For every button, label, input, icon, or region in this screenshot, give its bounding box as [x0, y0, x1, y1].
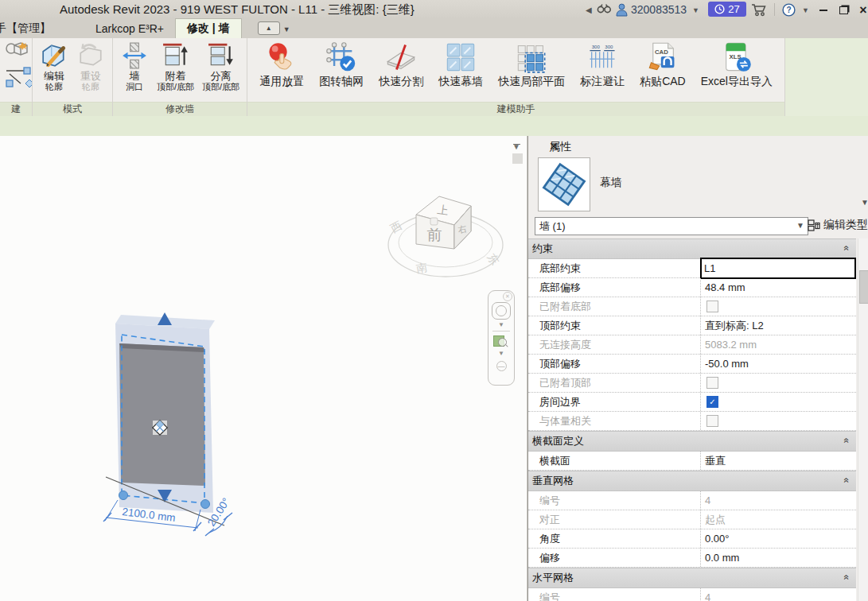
property-value[interactable]: 0.0 mm: [700, 549, 856, 567]
ribbon-button-wall-opening[interactable]: 墙洞口: [118, 41, 151, 93]
user-caret-icon[interactable]: ▼: [692, 6, 699, 14]
viewcube-front-label: 前: [427, 227, 442, 243]
property-value[interactable]: L1: [700, 258, 856, 279]
viewcube[interactable]: 上 前 右: [416, 196, 471, 249]
edit-type-label: 编辑类型: [823, 218, 868, 232]
cart-icon[interactable]: [751, 2, 767, 17]
checkbox-checked[interactable]: ✓: [706, 396, 718, 408]
ribbon-button-universal-place[interactable]: 通用放置: [257, 41, 306, 88]
panel-caption[interactable]: 修改墙: [113, 102, 247, 116]
user-icon[interactable]: [616, 2, 628, 17]
property-row: 偏移0.0 mm: [528, 549, 856, 568]
property-value[interactable]: 4: [700, 588, 856, 601]
type-selector-caret-icon[interactable]: ▼: [861, 198, 868, 207]
panel-caption[interactable]: 建模助手: [247, 102, 784, 116]
collapse-chevron-icon[interactable]: «: [842, 478, 853, 483]
checkbox-unchecked[interactable]: [706, 300, 718, 312]
section-header[interactable]: 水平网格«: [528, 568, 856, 588]
collapse-chevron-icon[interactable]: «: [842, 438, 853, 444]
view-scroll-button[interactable]: ▼: [510, 140, 523, 153]
ribbon-button-detach-top-base[interactable]: 分离顶部/底部: [200, 41, 242, 93]
ribbon-button-dim-avoid[interactable]: 300300标注避让: [578, 41, 627, 88]
checkbox-unchecked[interactable]: [706, 377, 718, 389]
section-header[interactable]: 垂直网格«: [528, 471, 856, 491]
property-value[interactable]: 直到标高: L2: [700, 316, 856, 335]
property-label: 已附着顶部: [528, 376, 700, 390]
ribbon-collapse-caret-icon[interactable]: ▼: [283, 25, 290, 33]
tab-manage[interactable]: 手【管理】: [0, 19, 62, 38]
scrollbar-thumb[interactable]: [859, 270, 868, 304]
property-row: 房间边界✓: [528, 393, 856, 412]
navigation-bar[interactable]: ✕ ▼ ▼ —: [488, 290, 515, 386]
restore-button[interactable]: [835, 4, 852, 16]
steering-wheel-icon[interactable]: [492, 302, 511, 320]
collapse-chevron-icon[interactable]: «: [842, 575, 853, 580]
ribbon-button-excel-sync[interactable]: XLSExcel导出导入: [699, 41, 775, 88]
property-row: 已附着底部: [528, 297, 856, 316]
ribbon-button-attach-top-base[interactable]: 附着顶部/底部: [154, 41, 197, 93]
zoom-tool-icon[interactable]: [493, 334, 509, 348]
tab-modify-wall[interactable]: 修改 | 墙: [175, 18, 242, 38]
user-id[interactable]: 320083513: [631, 3, 687, 16]
timer-badge[interactable]: 27: [708, 2, 746, 17]
collapse-chevron-icon[interactable]: «: [842, 246, 853, 251]
property-value[interactable]: 5083.2 mm: [700, 335, 856, 354]
close-button[interactable]: ×: [854, 4, 868, 16]
section-label: 垂直网格: [532, 474, 574, 488]
tab-larkcop[interactable]: Larkcop E³R+: [84, 19, 175, 38]
selected-wall[interactable]: [115, 312, 215, 513]
palette-close-icon[interactable]: ✕: [549, 140, 868, 153]
wall-move-icon[interactable]: [153, 421, 167, 435]
ribbon-button-reset-profile[interactable]: 重设轮廓: [74, 41, 107, 93]
scrollbar-corner: [512, 153, 523, 164]
reset-profile-icon: [76, 41, 105, 70]
navbar-minimize-icon[interactable]: —: [496, 361, 507, 371]
panel-caption[interactable]: 模式: [33, 102, 112, 116]
ribbon-button-edit-profile[interactable]: 编辑轮廓: [37, 41, 71, 93]
property-label: 顶部偏移: [528, 357, 700, 371]
properties-palette: 属性 ✕ 幕墙 ▼ 墙 (1) ▼ 编辑类型 约束«底部约束L1底部偏移48.4…: [527, 136, 868, 601]
attach-top-base-icon: [162, 41, 190, 70]
section-header[interactable]: 约束«: [528, 238, 856, 259]
panel-caption[interactable]: 建: [0, 102, 32, 116]
navbar-close-icon[interactable]: ✕: [503, 292, 512, 301]
property-value[interactable]: 48.4 mm: [700, 278, 856, 297]
help-caret-icon[interactable]: ▼: [802, 6, 809, 14]
endpoint-handle-right[interactable]: [201, 500, 210, 509]
minimize-button[interactable]: [815, 4, 832, 16]
zoom-caret-icon[interactable]: ▼: [498, 350, 504, 357]
ribbon-button-paste-cad[interactable]: CAD粘贴CAD: [637, 41, 688, 88]
section-header[interactable]: 横截面定义«: [528, 431, 856, 452]
drawing-area[interactable]: 西 南 东 上 前 右: [0, 136, 527, 601]
property-value[interactable]: [700, 412, 856, 430]
property-value[interactable]: 4: [700, 491, 856, 510]
svg-text:300: 300: [605, 44, 613, 49]
property-value[interactable]: 起点: [700, 510, 856, 529]
ribbon-button-quick-split[interactable]: 快速分割: [376, 41, 426, 88]
ribbon-collapse-button[interactable]: ▲: [258, 21, 280, 35]
property-value[interactable]: [700, 374, 856, 392]
ribbon-button-grid-convert[interactable]: 图转轴网: [317, 41, 366, 88]
search-icon[interactable]: [597, 2, 612, 17]
viewcube-top-label: 上: [437, 203, 450, 217]
property-value[interactable]: 0.00°: [700, 529, 856, 548]
element-filter-dropdown[interactable]: 墙 (1) ▼: [535, 217, 808, 235]
wall-opening-icon: [120, 41, 149, 70]
property-value[interactable]: 垂直: [700, 452, 856, 470]
checkbox-unchecked[interactable]: [706, 415, 718, 427]
ribbon-button-quick-partial-plane[interactable]: 快速局部平面: [496, 41, 567, 88]
palette-scrollbar[interactable]: [858, 238, 868, 601]
type-image[interactable]: [538, 157, 590, 211]
property-value[interactable]: [700, 297, 856, 316]
help-icon[interactable]: ?: [782, 2, 796, 17]
create-tools-icon[interactable]: [5, 41, 33, 99]
palette-title-bar[interactable]: 属性 ✕: [528, 138, 868, 156]
edit-type-button[interactable]: 编辑类型: [808, 218, 868, 232]
wheel-caret-icon[interactable]: ▼: [498, 321, 504, 328]
property-value[interactable]: ✓: [700, 393, 856, 411]
endpoint-handle-left[interactable]: [119, 491, 128, 500]
property-value[interactable]: -50.0 mm: [700, 355, 856, 373]
ribbon-button-quick-curtain[interactable]: 快速幕墙: [436, 41, 485, 88]
ribbon-panel-建模助手: 通用放置图转轴网快速分割快速幕墙快速局部平面300300标注避让CAD粘贴CAD…: [247, 38, 785, 116]
back-arrow-icon[interactable]: ◀: [586, 2, 592, 17]
